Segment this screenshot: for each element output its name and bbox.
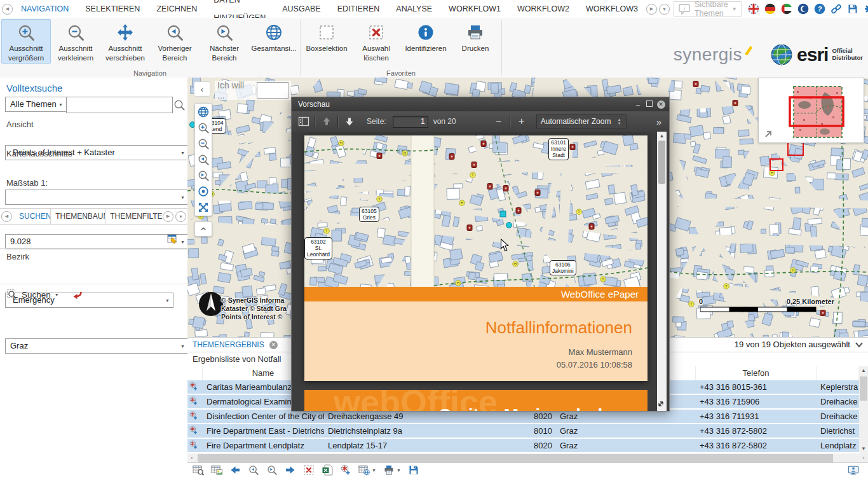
- pdf-viewer[interactable]: THHTHHTHHT 63101 Innere Stadt 63105 Grie…: [292, 132, 669, 411]
- pan-button[interactable]: Ausschnitt verschieben: [100, 19, 150, 64]
- search-submit-icon[interactable]: [173, 99, 186, 111]
- bezirk-select[interactable]: Graz: [5, 338, 189, 354]
- menu-scroll-right-icon[interactable]: ▶: [646, 4, 657, 15]
- column-header-strasse[interactable]: [817, 366, 859, 380]
- preview-dialog[interactable]: Vorschau – ✕ Seite: von 20 − + Automatis…: [291, 97, 670, 411]
- tab-workflow3[interactable]: WORKFLOW3: [578, 0, 646, 18]
- zoom-to-selection-icon[interactable]: [193, 464, 204, 476]
- overview-toggle-icon[interactable]: [764, 130, 773, 139]
- scroll-left-icon[interactable]: ‹: [187, 453, 196, 463]
- help-icon[interactable]: ?: [814, 3, 825, 15]
- open-search-form-icon[interactable]: [166, 233, 179, 245]
- tab-ausgabe[interactable]: AUSGABE: [274, 0, 329, 18]
- show-on-map-icon[interactable]: [211, 464, 222, 476]
- results-horizontal-scrollbar[interactable]: ‹ ›: [187, 453, 868, 463]
- language-german-icon[interactable]: [764, 3, 776, 15]
- tabs-scroll-right-icon[interactable]: ▶: [163, 211, 173, 222]
- next-extent-button[interactable]: Nächster Bereich: [200, 19, 249, 64]
- page-number-input[interactable]: [393, 116, 428, 128]
- tab-themenbaum[interactable]: THEMENBAUM: [51, 209, 105, 224]
- back-arrow-icon[interactable]: [229, 464, 241, 476]
- expand-map-icon[interactable]: [197, 201, 210, 214]
- language-english-icon[interactable]: [748, 3, 759, 15]
- share-link-icon[interactable]: [831, 3, 842, 15]
- clear-selection-button[interactable]: Auswahl löschen: [351, 19, 401, 64]
- tab-selektieren[interactable]: SELEKTIEREN: [77, 0, 148, 18]
- results-vertical-scrollbar[interactable]: ▲ ▼: [859, 366, 868, 453]
- scrollbar-thumb[interactable]: [198, 454, 833, 462]
- next-extent-icon[interactable]: [197, 169, 210, 182]
- zoom-out-icon[interactable]: [197, 137, 210, 150]
- close-icon[interactable]: ✕: [655, 100, 667, 109]
- overview-map[interactable]: [758, 78, 864, 143]
- menu-more-icon[interactable]: ▼: [659, 4, 670, 15]
- scroll-down-icon[interactable]: ▼: [859, 445, 868, 453]
- page-down-button[interactable]: [341, 114, 358, 129]
- page-up-button[interactable]: [318, 114, 335, 129]
- scrollbar-thumb[interactable]: [860, 377, 867, 401]
- language-arabic-icon[interactable]: [781, 3, 792, 15]
- map-toolbar-collapse[interactable]: [194, 221, 212, 237]
- menu-scroll-left-icon[interactable]: ◀: [2, 4, 13, 15]
- suchen-button[interactable]: Suchen ▼: [6, 289, 83, 300]
- tab-analyse[interactable]: ANALYSE: [388, 0, 440, 18]
- next-record-icon[interactable]: [266, 464, 278, 476]
- column-header-telefon[interactable]: Telefon: [696, 366, 817, 380]
- tabs-scroll-left-icon[interactable]: ◀: [1, 211, 12, 222]
- previous-record-icon[interactable]: [248, 464, 259, 476]
- scroll-up-icon[interactable]: ▲: [657, 132, 667, 140]
- massstab-select[interactable]: 9.028: [5, 234, 189, 249]
- reset-search-icon[interactable]: [72, 289, 83, 300]
- box-select-button[interactable]: Boxselektion: [302, 19, 351, 54]
- sidebar-collapse-button[interactable]: ‹: [194, 81, 210, 97]
- forward-arrow-icon[interactable]: [285, 464, 296, 476]
- clear-selection-icon[interactable]: [303, 464, 315, 476]
- tab-editieren[interactable]: EDITIEREN: [329, 0, 388, 18]
- minimize-icon[interactable]: –: [632, 100, 644, 108]
- resize-grip-icon[interactable]: [657, 400, 665, 408]
- zoom-in-icon[interactable]: [197, 121, 210, 134]
- restore-icon[interactable]: [644, 100, 655, 108]
- pdf-scrollbar[interactable]: ▲: [657, 132, 667, 411]
- save-icon[interactable]: [408, 464, 419, 476]
- table-row[interactable]: Fire Department East - Dietrichstei... D…: [187, 424, 859, 439]
- fulltext-search-input[interactable]: [66, 97, 173, 113]
- toolbar-more-icon[interactable]: »: [656, 116, 660, 127]
- zoom-in-button[interactable]: Ausschnitt vergrößern: [1, 19, 51, 64]
- scope-select[interactable]: Alle Themen: [5, 97, 67, 112]
- visible-themes-dropdown[interactable]: i Sichtbare Themen ▼: [674, 1, 742, 17]
- tab-suchen[interactable]: SUCHEN: [15, 209, 51, 224]
- settings-dropdown[interactable]: ▼: [864, 3, 868, 15]
- print-button[interactable]: Drucken: [451, 19, 500, 54]
- scrollbar-thumb[interactable]: [658, 141, 665, 184]
- full-extent-button[interactable]: Gesamtansi...: [249, 19, 299, 54]
- sidebar-toggle-button[interactable]: [295, 114, 312, 129]
- kartenausschnitte-select[interactable]: [5, 190, 189, 205]
- tab-workflow1[interactable]: WORKFLOW1: [440, 0, 509, 18]
- zoom-in-button[interactable]: +: [513, 114, 530, 129]
- tab-workflow2[interactable]: WORKFLOW2: [509, 0, 578, 18]
- print-dropdown[interactable]: ▼: [383, 464, 401, 476]
- zoom-out-button[interactable]: Ausschnitt verkleinern: [51, 19, 100, 64]
- tab-navigation[interactable]: NAVIGATION: [13, 0, 77, 18]
- tab-themenergebnis[interactable]: THEMENERGEBNIS ✕: [193, 338, 278, 352]
- scroll-up-icon[interactable]: ▲: [859, 366, 868, 375]
- close-results-icon[interactable]: ✕: [269, 341, 278, 349]
- save-session-icon[interactable]: [847, 3, 858, 15]
- table-row[interactable]: Fire Department Lendplatz Lendplatz 15-1…: [187, 439, 859, 453]
- previous-extent-button[interactable]: Vorheriger Bereich: [150, 19, 200, 64]
- collapse-results-icon[interactable]: [855, 342, 863, 348]
- ich-will-input[interactable]: [257, 82, 288, 99]
- scroll-right-icon[interactable]: ›: [859, 453, 868, 463]
- tabs-more-icon[interactable]: ▼: [175, 211, 186, 222]
- identify-button[interactable]: Identifizieren: [401, 19, 451, 54]
- table-row[interactable]: Disinfection Center of the City of ... D…: [187, 410, 859, 424]
- zoom-out-button[interactable]: −: [491, 114, 507, 129]
- previous-extent-icon[interactable]: [197, 153, 210, 166]
- center-map-icon[interactable]: [197, 185, 210, 198]
- zoom-mode-select[interactable]: Automatischer Zoom ▲▼: [536, 114, 627, 128]
- dialog-titlebar[interactable]: Vorschau – ✕: [292, 97, 669, 111]
- tab-themenfilter[interactable]: THEMENFILTER: [105, 209, 163, 224]
- ich-will-search[interactable]: Ich will ...: [215, 81, 291, 100]
- full-extent-icon[interactable]: [197, 106, 210, 118]
